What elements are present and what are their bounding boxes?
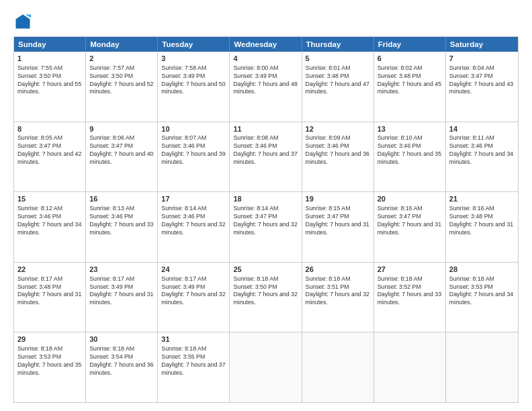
- sunrise: Sunrise: 8:04 AM: [449, 64, 494, 71]
- daylight: Daylight: 7 hours and 31 minutes.: [449, 221, 513, 236]
- calendar-cell: 3Sunrise: 7:58 AMSunset: 3:49 PMDaylight…: [158, 52, 230, 122]
- daylight: Daylight: 7 hours and 42 minutes.: [17, 150, 81, 165]
- daylight: Daylight: 7 hours and 34 minutes.: [449, 150, 513, 165]
- day-number: 17: [161, 194, 226, 204]
- day-number: 22: [17, 265, 82, 275]
- sunrise: Sunrise: 8:18 AM: [378, 275, 423, 282]
- calendar-cell: 15Sunrise: 8:12 AMSunset: 3:46 PMDayligh…: [14, 192, 86, 262]
- calendar-cell: 4Sunrise: 8:00 AMSunset: 3:49 PMDaylight…: [230, 52, 302, 122]
- sunset: Sunset: 3:47 PM: [306, 213, 349, 220]
- calendar-row-4: 29Sunrise: 8:18 AMSunset: 3:53 PMDayligh…: [14, 332, 518, 402]
- daylight: Daylight: 7 hours and 31 minutes.: [306, 221, 369, 236]
- day-number: 30: [89, 334, 154, 345]
- daylight: Daylight: 7 hours and 32 minutes.: [161, 291, 225, 306]
- sunrise: Sunrise: 8:16 AM: [449, 205, 494, 212]
- sunset: Sunset: 3:52 PM: [378, 283, 421, 290]
- daylight: Daylight: 7 hours and 52 minutes.: [89, 81, 153, 95]
- sunset: Sunset: 3:47 PM: [89, 142, 133, 149]
- sunset: Sunset: 3:55 PM: [161, 353, 205, 360]
- day-number: 25: [233, 265, 298, 275]
- calendar-row-2: 15Sunrise: 8:12 AMSunset: 3:46 PMDayligh…: [14, 191, 518, 262]
- sunrise: Sunrise: 8:05 AM: [17, 134, 62, 141]
- day-number: 16: [89, 194, 154, 204]
- sunset: Sunset: 3:49 PM: [89, 283, 133, 290]
- day-number: 13: [378, 124, 442, 134]
- sunset: Sunset: 3:47 PM: [17, 142, 61, 149]
- calendar-cell: 8Sunrise: 8:05 AMSunset: 3:47 PMDaylight…: [14, 122, 86, 192]
- calendar-cell: 7Sunrise: 8:04 AMSunset: 3:47 PMDaylight…: [446, 52, 518, 122]
- calendar-cell: [230, 332, 302, 402]
- daylight: Daylight: 7 hours and 45 minutes.: [378, 81, 441, 95]
- day-number: 12: [306, 124, 370, 134]
- daylight: Daylight: 7 hours and 31 minutes.: [17, 291, 81, 306]
- daylight: Daylight: 7 hours and 32 minutes.: [306, 291, 369, 306]
- day-number: 28: [449, 265, 515, 275]
- calendar-cell: 2Sunrise: 7:57 AMSunset: 3:50 PMDaylight…: [86, 52, 158, 122]
- calendar-cell: 18Sunrise: 8:14 AMSunset: 3:47 PMDayligh…: [230, 192, 302, 262]
- sunrise: Sunrise: 8:15 AM: [306, 205, 351, 212]
- calendar-header-wednesday: Wednesday: [230, 37, 302, 52]
- calendar-header-thursday: Thursday: [302, 37, 374, 52]
- sunset: Sunset: 3:48 PM: [306, 73, 349, 79]
- day-number: 15: [17, 194, 82, 204]
- sunset: Sunset: 3:48 PM: [378, 73, 421, 79]
- day-number: 9: [89, 124, 154, 134]
- day-number: 24: [161, 265, 226, 275]
- sunrise: Sunrise: 8:06 AM: [89, 134, 134, 141]
- daylight: Daylight: 7 hours and 34 minutes.: [17, 221, 81, 236]
- daylight: Daylight: 7 hours and 35 minutes.: [378, 150, 441, 165]
- day-number: 19: [306, 194, 370, 204]
- daylight: Daylight: 7 hours and 36 minutes.: [306, 150, 369, 165]
- calendar-cell: 25Sunrise: 8:18 AMSunset: 3:50 PMDayligh…: [230, 263, 302, 332]
- sunset: Sunset: 3:53 PM: [17, 353, 61, 360]
- sunset: Sunset: 3:49 PM: [161, 73, 205, 79]
- sunrise: Sunrise: 8:02 AM: [378, 64, 423, 71]
- day-number: 21: [449, 194, 515, 204]
- logo-icon: [13, 12, 32, 31]
- sunrise: Sunrise: 7:57 AM: [89, 64, 134, 71]
- calendar-cell: 27Sunrise: 8:18 AMSunset: 3:52 PMDayligh…: [374, 263, 446, 332]
- sunset: Sunset: 3:50 PM: [233, 283, 277, 290]
- day-number: 31: [161, 334, 226, 345]
- day-number: 11: [233, 124, 298, 134]
- sunset: Sunset: 3:54 PM: [89, 353, 133, 360]
- daylight: Daylight: 7 hours and 48 minutes.: [233, 81, 297, 95]
- day-number: 20: [378, 194, 442, 204]
- daylight: Daylight: 7 hours and 35 minutes.: [17, 361, 81, 376]
- day-number: 5: [306, 54, 370, 64]
- day-number: 1: [17, 54, 82, 64]
- calendar-body: 1Sunrise: 7:55 AMSunset: 3:50 PMDaylight…: [14, 52, 518, 402]
- sunset: Sunset: 3:46 PM: [233, 142, 277, 149]
- calendar-cell: 19Sunrise: 8:15 AMSunset: 3:47 PMDayligh…: [302, 192, 374, 262]
- sunrise: Sunrise: 8:18 AM: [233, 275, 278, 282]
- day-number: 3: [161, 54, 226, 64]
- header: [13, 12, 519, 31]
- day-number: 4: [233, 54, 298, 64]
- sunset: Sunset: 3:53 PM: [449, 283, 493, 290]
- sunset: Sunset: 3:47 PM: [449, 73, 493, 79]
- sunrise: Sunrise: 8:14 AM: [233, 205, 278, 212]
- calendar-cell: [302, 332, 374, 402]
- sunset: Sunset: 3:46 PM: [161, 213, 205, 220]
- calendar-cell: 16Sunrise: 8:13 AMSunset: 3:46 PMDayligh…: [86, 192, 158, 262]
- calendar-cell: 24Sunrise: 8:17 AMSunset: 3:49 PMDayligh…: [158, 263, 230, 332]
- sunrise: Sunrise: 8:07 AM: [161, 134, 206, 141]
- calendar-cell: 20Sunrise: 8:16 AMSunset: 3:47 PMDayligh…: [374, 192, 446, 262]
- daylight: Daylight: 7 hours and 39 minutes.: [161, 150, 225, 165]
- sunset: Sunset: 3:47 PM: [378, 213, 421, 220]
- logo: [13, 12, 35, 31]
- daylight: Daylight: 7 hours and 32 minutes.: [233, 291, 297, 306]
- sunrise: Sunrise: 8:01 AM: [306, 64, 351, 71]
- calendar-cell: [446, 332, 518, 402]
- sunset: Sunset: 3:49 PM: [233, 73, 277, 79]
- sunset: Sunset: 3:49 PM: [161, 283, 205, 290]
- calendar-cell: 29Sunrise: 8:18 AMSunset: 3:53 PMDayligh…: [14, 332, 86, 402]
- sunset: Sunset: 3:51 PM: [306, 283, 349, 290]
- calendar-header-monday: Monday: [86, 37, 158, 52]
- daylight: Daylight: 7 hours and 31 minutes.: [89, 291, 153, 306]
- calendar-cell: 6Sunrise: 8:02 AMSunset: 3:48 PMDaylight…: [374, 52, 446, 122]
- calendar-cell: 30Sunrise: 8:18 AMSunset: 3:54 PMDayligh…: [86, 332, 158, 402]
- calendar-cell: 14Sunrise: 8:11 AMSunset: 3:46 PMDayligh…: [446, 122, 518, 192]
- daylight: Daylight: 7 hours and 40 minutes.: [89, 150, 153, 165]
- sunrise: Sunrise: 8:17 AM: [89, 275, 134, 282]
